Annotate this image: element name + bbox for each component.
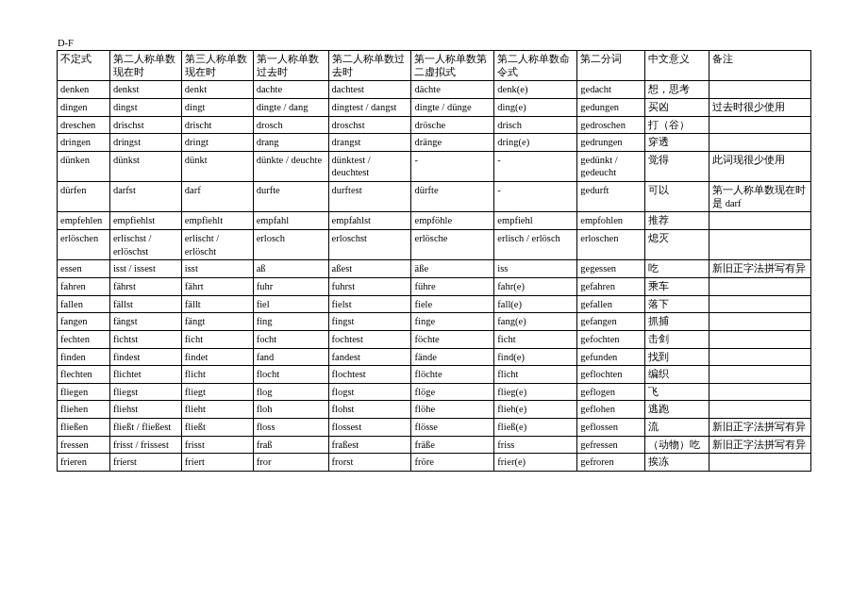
table-cell: erlischt / erlöscht [181,230,253,260]
table-cell: fräße [411,436,494,454]
table-cell: flog [253,383,328,401]
table-cell [709,134,811,152]
table-cell: drang [253,134,328,152]
table-cell: fuhr [253,277,328,295]
table-cell: 逃跑 [645,401,709,419]
table-cell [709,366,811,384]
table-cell: flöchte [411,366,494,384]
table-cell: fraß [253,436,328,454]
table-cell: fährt [181,277,253,295]
table-cell: fuhrst [328,277,411,295]
table-cell: find(e) [494,348,577,366]
table-cell: frieren [58,454,110,472]
section-title: D-F [57,38,811,48]
table-cell: dingte / dang [253,98,328,116]
col-2p-imp: 第二人称单数命令式 [494,51,577,81]
table-cell: empfehlen [58,212,110,230]
table-cell: flechten [58,366,110,384]
table-cell: denk(e) [494,81,577,99]
table-cell: floh [253,401,328,419]
table-cell: gedroschen [577,116,645,134]
table-cell: fällst [109,295,181,313]
table-cell: gedurft [577,182,645,212]
table-cell: dünkst [109,151,181,181]
table-cell: flossest [328,419,411,437]
table-cell [709,383,811,401]
table-cell: dringt [181,134,253,152]
table-cell: - [411,151,494,181]
table-row: dreschendrischstdrischtdroschdroschstdrö… [58,116,811,134]
table-cell: fangen [58,313,110,331]
table-cell: erloschen [577,230,645,260]
table-cell: fingst [328,313,411,331]
table-cell: gedacht [577,81,645,99]
table-cell: drischst [109,116,181,134]
table-cell: fliegen [58,383,110,401]
table-row: erlöschenerlischst / erlöschsterlischt /… [58,230,811,260]
table-cell: dringen [58,134,110,152]
table-row: frierenfrierstfriertfrorfrorstfrörefrier… [58,454,811,472]
table-cell: 穿透 [645,134,709,152]
table-cell: dürfte [411,182,494,212]
table-cell: flöhe [411,401,494,419]
table-cell: aßest [328,260,411,278]
table-cell: gefallen [577,295,645,313]
table-cell: flochtest [328,366,411,384]
table-cell: gedrungen [577,134,645,152]
table-cell: geflohen [577,401,645,419]
table-cell: fielst [328,295,411,313]
table-cell: isst [181,260,253,278]
table-cell: dachtest [328,81,411,99]
table-row: essenisst / issestisstaßaßestäßeissgeges… [58,260,811,278]
table-cell: empfahl [253,212,328,230]
table-row: fahrenfährstfährtfuhrfuhrstführefahr(e)g… [58,277,811,295]
table-cell: 第一人称单数现在时是 darf [709,182,811,212]
table-cell: führe [411,277,494,295]
table-cell: dring(e) [494,134,577,152]
table-row: dingendingstdingtdingte / dangdingtest /… [58,98,811,116]
table-row: dringendringstdringtdrangdrangstdrängedr… [58,134,811,152]
table-cell: gefressen [577,436,645,454]
table-cell: focht [253,330,328,348]
table-cell: fröre [411,454,494,472]
table-cell: fliehen [58,401,110,419]
table-cell: flicht [494,366,577,384]
table-cell: darf [181,182,253,212]
table-cell [709,313,811,331]
table-cell: drösche [411,116,494,134]
table-cell: dränge [411,134,494,152]
table-cell: fände [411,348,494,366]
table-cell: fließt [181,419,253,437]
table-cell: 新旧正字法拼写有异 [709,260,811,278]
table-cell: frierst [109,454,181,472]
table-cell: dingst [109,98,181,116]
table-cell: 新旧正字法拼写有异 [709,419,811,437]
table-cell: fährst [109,277,181,295]
table-cell [709,81,811,99]
table-cell: flogst [328,383,411,401]
table-cell [709,401,811,419]
table-cell: 飞 [645,383,709,401]
table-cell: erloschst [328,230,411,260]
table-cell: gefangen [577,313,645,331]
col-2p-present: 第二人称单数现在时 [109,51,181,81]
table-cell: gefunden [577,348,645,366]
header-row: 不定式 第二人称单数现在时 第三人称单数现在时 第一人称单数过去时 第二人称单数… [58,51,811,81]
table-cell: fliegt [181,383,253,401]
table-cell: flicht [181,366,253,384]
table-cell: 新旧正字法拼写有异 [709,436,811,454]
table-cell: fechten [58,330,110,348]
table-cell: iss [494,260,577,278]
table-cell: flieht [181,401,253,419]
table-cell: dünkt [181,151,253,181]
table-cell: fing [253,313,328,331]
table-cell: fliehst [109,401,181,419]
table-cell: - [494,182,577,212]
table-cell: essen [58,260,110,278]
col-1p-subj2: 第一人称单数第二虚拟式 [411,51,494,81]
table-cell: 编织 [645,366,709,384]
table-cell: dächte [411,81,494,99]
table-cell: （动物）吃 [645,436,709,454]
table-cell: empföhle [411,212,494,230]
table-cell: droschst [328,116,411,134]
